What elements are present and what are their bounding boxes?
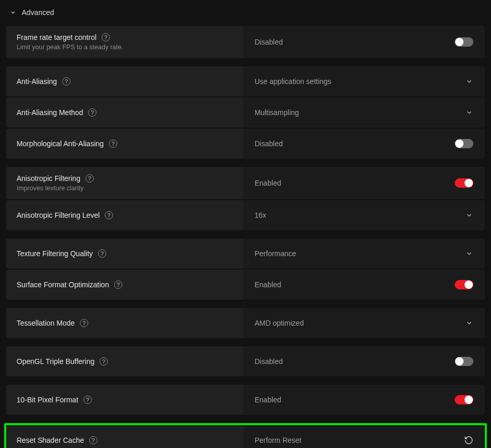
- setting-value: 16x: [255, 211, 266, 219]
- toggle-frame-rate-target[interactable]: [455, 37, 473, 47]
- help-icon[interactable]: ?: [102, 33, 110, 41]
- toggle-surface-format-optimization[interactable]: [455, 280, 473, 289]
- dropdown-texture-filtering-quality[interactable]: Performance: [243, 239, 485, 269]
- setting-label: 10-Bit Pixel Format: [17, 396, 78, 404]
- help-icon[interactable]: ?: [88, 108, 96, 117]
- toggle-opengl-triple-buffering[interactable]: [455, 357, 473, 366]
- row-10-bit-pixel-format: 10-Bit Pixel Format ? Enabled: [6, 385, 485, 415]
- setting-label: Frame rate target control: [17, 33, 96, 41]
- chevron-down-icon: [465, 108, 473, 117]
- help-icon[interactable]: ?: [86, 174, 94, 183]
- dropdown-anti-aliasing[interactable]: Use application settings: [243, 66, 485, 96]
- setting-value: Disabled: [255, 139, 283, 148]
- help-icon[interactable]: ?: [100, 357, 108, 366]
- help-icon[interactable]: ?: [114, 281, 122, 289]
- setting-value: Use application settings: [255, 77, 331, 86]
- setting-label: Reset Shader Cache: [17, 436, 84, 444]
- setting-value: Perform Reset: [255, 436, 301, 444]
- setting-label: Anti-Aliasing Method: [17, 108, 83, 117]
- setting-value: Performance: [255, 249, 296, 258]
- help-icon[interactable]: ?: [83, 396, 92, 404]
- setting-value: AMD optimized: [255, 319, 304, 327]
- chevron-down-icon: [9, 9, 17, 16]
- setting-sublabel: Limit your peak FPS to a steady rate.: [17, 44, 233, 51]
- setting-label: Tessellation Mode: [17, 319, 75, 327]
- setting-value: Multisampling: [255, 108, 299, 117]
- row-anti-aliasing: Anti-Aliasing ? Use application settings: [6, 66, 485, 96]
- section-title: Advanced: [22, 8, 54, 17]
- row-surface-format-optimization: Surface Format Optimization ? Enabled: [6, 270, 485, 300]
- row-morphological-anti-aliasing: Morphological Anti-Aliasing ? Disabled: [6, 129, 485, 159]
- toggle-anisotropic-filtering[interactable]: [455, 178, 473, 188]
- setting-value: Enabled: [255, 281, 281, 289]
- setting-label: Surface Format Optimization: [17, 281, 109, 289]
- row-texture-filtering-quality: Texture Filtering Quality ? Performance: [6, 239, 485, 269]
- setting-label: Anisotropic Filtering Level: [17, 211, 100, 219]
- help-icon[interactable]: ?: [89, 436, 97, 444]
- row-anisotropic-filtering-level: Anisotropic Filtering Level ? 16x: [6, 200, 485, 230]
- reset-icon: [464, 436, 473, 445]
- setting-sublabel: Improves texture clarity: [17, 185, 233, 192]
- row-reset-shader-cache: Reset Shader Cache ? Perform Reset: [6, 425, 485, 448]
- chevron-down-icon: [465, 77, 473, 86]
- chevron-down-icon: [465, 319, 473, 327]
- row-anti-aliasing-method: Anti-Aliasing Method ? Multisampling: [6, 97, 485, 128]
- help-icon[interactable]: ?: [105, 211, 113, 219]
- highlight-box: Reset Shader Cache ? Perform Reset: [4, 423, 487, 448]
- row-anisotropic-filtering: Anisotropic Filtering ? Improves texture…: [6, 167, 485, 199]
- setting-value: Enabled: [255, 179, 281, 187]
- chevron-down-icon: [465, 211, 473, 219]
- help-icon[interactable]: ?: [109, 139, 117, 148]
- help-icon[interactable]: ?: [98, 249, 106, 258]
- setting-label: Anisotropic Filtering: [17, 174, 80, 183]
- section-header-advanced[interactable]: Advanced: [6, 4, 485, 26]
- button-perform-reset[interactable]: Perform Reset: [243, 425, 485, 448]
- help-icon[interactable]: ?: [62, 77, 71, 86]
- setting-label: Anti-Aliasing: [17, 77, 57, 86]
- setting-value: Enabled: [255, 396, 281, 404]
- setting-label: Texture Filtering Quality: [17, 249, 93, 258]
- setting-label: OpenGL Triple Buffering: [17, 357, 94, 366]
- dropdown-anisotropic-level[interactable]: 16x: [243, 200, 485, 230]
- help-icon[interactable]: ?: [80, 319, 88, 327]
- setting-label: Morphological Anti-Aliasing: [17, 139, 104, 148]
- dropdown-anti-aliasing-method[interactable]: Multisampling: [243, 97, 485, 128]
- toggle-morphological-aa[interactable]: [455, 139, 473, 148]
- setting-value: Disabled: [255, 357, 283, 366]
- toggle-10-bit-pixel-format[interactable]: [455, 395, 473, 404]
- dropdown-tessellation-mode[interactable]: AMD optimized: [243, 308, 485, 338]
- row-opengl-triple-buffering: OpenGL Triple Buffering ? Disabled: [6, 346, 485, 376]
- row-frame-rate-target-control: Frame rate target control ? Limit your p…: [6, 26, 485, 58]
- row-tessellation-mode: Tessellation Mode ? AMD optimized: [6, 308, 485, 338]
- setting-value: Disabled: [255, 38, 283, 46]
- chevron-down-icon: [465, 249, 473, 258]
